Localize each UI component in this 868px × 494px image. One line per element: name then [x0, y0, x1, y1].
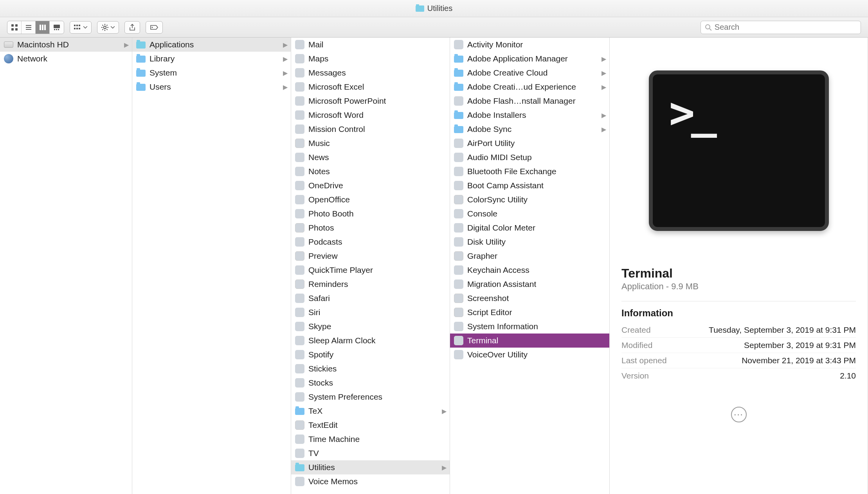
list-item[interactable]: Skype [291, 319, 450, 334]
list-item[interactable]: Console [450, 207, 609, 221]
item-label: Notes [308, 167, 330, 176]
list-item[interactable]: System Information [450, 319, 609, 334]
list-item[interactable]: TeX▶ [291, 404, 450, 418]
svg-rect-18 [76, 28, 78, 29]
list-item[interactable]: System Preferences [291, 390, 450, 404]
list-item[interactable]: Migration Assistant [450, 277, 609, 291]
item-label: Microsoft PowerPoint [308, 96, 386, 106]
app-icon [454, 153, 463, 162]
list-item[interactable]: ColorSync Utility [450, 193, 609, 207]
info-key: Last opened [621, 356, 667, 365]
item-label: Messages [308, 68, 346, 78]
item-label: Boot Camp Assistant [467, 181, 544, 190]
list-item[interactable]: Mission Control [291, 122, 450, 136]
list-item[interactable]: Photos [291, 221, 450, 235]
list-item[interactable]: Digital Color Meter [450, 221, 609, 235]
list-item[interactable]: Photo Booth [291, 207, 450, 221]
column-3[interactable]: Activity MonitorAdobe Application Manage… [450, 38, 610, 494]
search-input[interactable] [715, 23, 857, 32]
group-by-button[interactable] [70, 21, 92, 34]
list-item[interactable]: VoiceOver Utility [450, 348, 609, 362]
list-item[interactable]: OpenOffice [291, 193, 450, 207]
chevron-right-icon: ▶ [442, 464, 447, 471]
list-item[interactable]: Library▶ [132, 52, 291, 66]
share-button[interactable] [124, 21, 140, 34]
list-item[interactable]: Mail [291, 38, 450, 52]
column-2[interactable]: MailMapsMessagesMicrosoft ExcelMicrosoft… [291, 38, 450, 494]
list-item[interactable]: OneDrive [291, 178, 450, 193]
view-list-button[interactable] [22, 21, 36, 34]
list-item[interactable]: Microsoft Excel [291, 80, 450, 94]
folder-icon [454, 70, 463, 77]
action-menu-button[interactable] [97, 21, 119, 34]
list-item[interactable]: Stocks [291, 376, 450, 390]
list-item[interactable]: TV [291, 446, 450, 460]
list-item[interactable]: Audio MIDI Setup [450, 150, 609, 164]
list-item[interactable]: Siri [291, 305, 450, 319]
list-item[interactable]: Maps [291, 52, 450, 66]
list-item[interactable]: Notes [291, 164, 450, 178]
list-item[interactable]: Keychain Access [450, 263, 609, 277]
list-item[interactable]: Users▶ [132, 80, 291, 94]
list-item[interactable]: Stickies [291, 362, 450, 376]
list-item[interactable]: Adobe Installers▶ [450, 108, 609, 122]
list-item[interactable]: Spotify [291, 348, 450, 362]
list-item[interactable]: Adobe Flash…nstall Manager [450, 94, 609, 108]
list-item[interactable]: Preview [291, 249, 450, 263]
more-button[interactable]: ··· [731, 407, 747, 422]
list-item[interactable]: Bluetooth File Exchange [450, 164, 609, 178]
list-item[interactable]: Screenshot [450, 291, 609, 305]
list-item[interactable]: Time Machine [291, 432, 450, 446]
list-item[interactable]: Podcasts [291, 235, 450, 249]
search-field[interactable] [701, 21, 861, 34]
app-icon [295, 110, 304, 120]
list-item[interactable]: Adobe Creative Cloud▶ [450, 66, 609, 80]
list-item[interactable]: System▶ [132, 66, 291, 80]
list-item[interactable]: Script Editor [450, 305, 609, 319]
list-item[interactable]: News [291, 150, 450, 164]
item-label: Mail [308, 40, 324, 49]
list-item[interactable]: Voice Memos [291, 474, 450, 489]
view-icon-button[interactable] [7, 21, 22, 34]
folder-icon [454, 84, 463, 91]
list-item[interactable]: Boot Camp Assistant [450, 178, 609, 193]
list-item[interactable]: Grapher [450, 249, 609, 263]
list-item[interactable]: Sleep Alarm Clock [291, 334, 450, 348]
list-item[interactable]: Activity Monitor [450, 38, 609, 52]
view-column-button[interactable] [36, 21, 50, 34]
svg-rect-1 [15, 24, 18, 27]
column-1[interactable]: Applications▶Library▶System▶Users▶ [132, 38, 291, 494]
list-item[interactable]: Reminders [291, 277, 450, 291]
list-item[interactable]: Safari [291, 291, 450, 305]
app-icon [295, 265, 304, 275]
item-label: Activity Monitor [467, 40, 523, 49]
app-icon [454, 96, 463, 106]
list-item[interactable]: TextEdit [291, 418, 450, 432]
app-icon [454, 195, 463, 204]
item-label: Photo Booth [308, 209, 354, 218]
list-item[interactable]: Network [0, 52, 132, 66]
list-item[interactable]: Microsoft PowerPoint [291, 94, 450, 108]
list-item[interactable]: Adobe Application Manager▶ [450, 52, 609, 66]
column-0[interactable]: Macintosh HD▶Network [0, 38, 132, 494]
list-item[interactable]: AirPort Utility [450, 136, 609, 150]
chevron-down-icon [111, 26, 115, 29]
gear-icon [101, 24, 108, 31]
chevron-right-icon: ▶ [601, 69, 606, 77]
list-item[interactable]: Macintosh HD▶ [0, 38, 132, 52]
list-item[interactable]: Messages [291, 66, 450, 80]
list-item[interactable]: Music [291, 136, 450, 150]
list-item[interactable]: Adobe Creati…ud Experience▶ [450, 80, 609, 94]
group-icon [74, 25, 81, 30]
list-item[interactable]: Microsoft Word [291, 108, 450, 122]
list-item[interactable]: Terminal [450, 334, 609, 348]
list-item[interactable]: Applications▶ [132, 38, 291, 52]
tags-button[interactable] [146, 21, 163, 34]
list-item[interactable]: QuickTime Player [291, 263, 450, 277]
list-item[interactable]: Disk Utility [450, 235, 609, 249]
list-item[interactable]: Adobe Sync▶ [450, 122, 609, 136]
list-item[interactable]: Utilities▶ [291, 460, 450, 474]
chevron-right-icon: ▶ [601, 55, 606, 63]
view-gallery-button[interactable] [50, 21, 64, 34]
svg-point-29 [152, 27, 153, 28]
